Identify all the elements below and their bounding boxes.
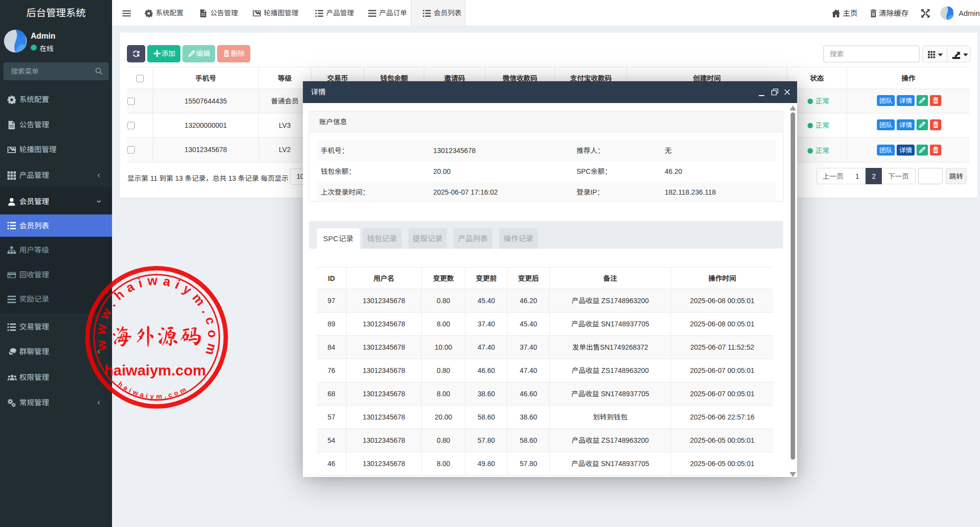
svg-text:海外源码: 海外源码 (111, 324, 202, 347)
svg-text:www.haiwaiym.com: www.haiwaiym.com (91, 267, 226, 363)
svg-text:haiwaiym.com: haiwaiym.com (104, 362, 206, 378)
